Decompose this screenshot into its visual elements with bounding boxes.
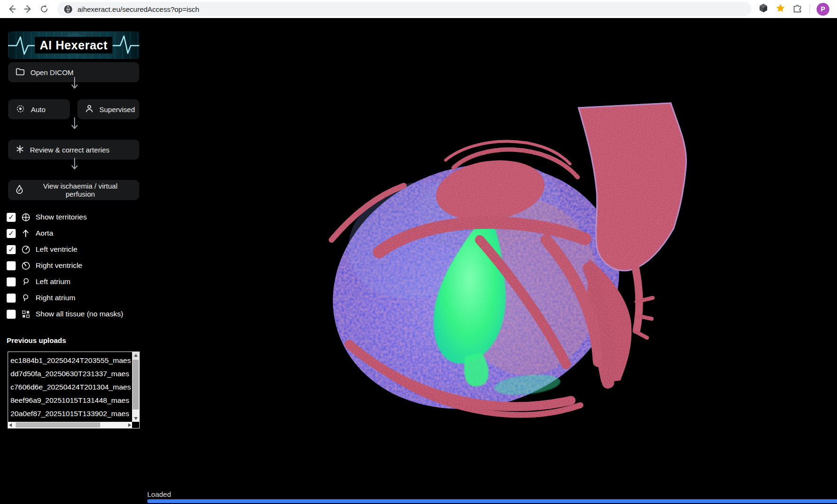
heart-volume-render[interactable]	[323, 97, 698, 420]
checkbox[interactable]	[7, 310, 16, 319]
url-bar[interactable]: aihexeract.eu/securedAccess?op=isch	[57, 2, 751, 16]
checkbox[interactable]	[7, 213, 16, 222]
toggle-label: Right ventricle	[36, 261, 82, 270]
back-button[interactable]	[4, 1, 20, 17]
toggle-show-territories[interactable]: Show territories	[7, 210, 143, 224]
arrow-up-icon	[21, 228, 30, 238]
person-icon	[85, 105, 94, 114]
scroll-left-icon[interactable]	[9, 422, 12, 428]
reload-button[interactable]	[36, 1, 52, 17]
toggle-label: Aorta	[36, 229, 53, 238]
ischaemia-label: View ischaemia / virtual perfusion	[29, 182, 132, 198]
scroll-down-icon[interactable]	[132, 415, 139, 422]
checkbox[interactable]	[7, 294, 16, 303]
circle-tail-icon	[21, 277, 30, 286]
scroll-up-icon[interactable]	[132, 352, 139, 359]
horizontal-scroll-thumb[interactable]	[16, 422, 100, 428]
previous-uploads-list[interactable]: ec1884b1_20250424T203555_maes dd7d50fa_2…	[8, 352, 140, 428]
review-arteries-label: Review & correct arteries	[30, 146, 110, 154]
toggle-label: Right atrium	[36, 294, 76, 302]
extensions-puzzle-icon[interactable]	[792, 3, 803, 15]
upload-item[interactable]: c7606d6e_20250424T201304_maes	[10, 380, 132, 394]
auto-sparkle-icon	[16, 104, 25, 115]
clock-1-icon	[21, 245, 30, 254]
circle-plus-icon	[21, 212, 30, 222]
toggle-aorta[interactable]: Aorta	[7, 226, 143, 240]
checkbox[interactable]	[7, 245, 16, 254]
horizontal-scrollbar[interactable]	[8, 422, 132, 428]
progress-bar	[147, 499, 837, 503]
extension-cube-icon[interactable]	[758, 3, 769, 15]
flow-arrow-icon	[3, 76, 146, 92]
site-info-icon[interactable]	[64, 5, 73, 14]
upload-item[interactable]: 8eef96a9_20251015T131448_maes	[10, 394, 132, 407]
grid-icon	[21, 309, 30, 319]
toggle-right-atrium[interactable]: Right atrium	[7, 291, 143, 305]
open-dicom-label: Open DICOM	[30, 68, 74, 76]
profile-avatar[interactable]: P	[817, 3, 829, 16]
asterisk-icon	[16, 145, 24, 155]
app-root: AI Hexeract Open DICOM Auto Supervised R…	[0, 18, 837, 504]
toggle-label: Show territories	[36, 213, 87, 221]
checkbox[interactable]	[7, 277, 16, 286]
toggle-label: Left ventricle	[36, 245, 77, 254]
app-logo: AI Hexeract	[8, 31, 139, 59]
previous-uploads-heading: Previous uploads	[7, 336, 66, 344]
logo-pill: AI Hexeract	[35, 37, 112, 54]
flow-arrow-icon	[3, 116, 146, 133]
upload-item[interactable]: ec1884b1_20250424T203555_maes	[10, 354, 132, 367]
supervised-label: Supervised	[99, 105, 135, 114]
flow-arrow-icon	[3, 157, 146, 173]
ischaemia-button[interactable]: View ischaemia / virtual perfusion	[8, 180, 139, 200]
folder-icon	[16, 68, 25, 77]
vertical-scroll-thumb[interactable]	[133, 360, 139, 409]
droplet-icon	[16, 185, 23, 195]
toggle-right-ventricle[interactable]: Right ventricle	[7, 258, 143, 273]
checkbox[interactable]	[7, 261, 16, 270]
toggle-label: Show all tissue (no masks)	[36, 310, 123, 318]
toggle-label: Left atrium	[36, 277, 70, 286]
toggle-left-atrium[interactable]: Left atrium	[7, 275, 143, 289]
url-text: aihexeract.eu/securedAccess?op=isch	[77, 5, 199, 13]
auto-label: Auto	[31, 105, 46, 114]
toolbar-divider	[809, 4, 810, 14]
checkbox[interactable]	[7, 229, 16, 238]
toggle-left-ventricle[interactable]: Left ventricle	[7, 242, 143, 257]
browser-toolbar: aihexeract.eu/securedAccess?op=isch P	[0, 0, 837, 18]
render-viewport[interactable]: Loaded	[143, 18, 837, 504]
scroll-right-icon[interactable]	[128, 422, 131, 428]
circle-tail-mirror-icon	[21, 293, 30, 303]
clock-11-icon	[21, 261, 30, 270]
forward-button[interactable]	[20, 1, 36, 17]
status-text: Loaded	[147, 490, 171, 498]
logo-title: AI Hexeract	[39, 38, 107, 52]
upload-item[interactable]: 20a0ef87_20251015T133902_maes	[10, 407, 132, 420]
upload-items: ec1884b1_20250424T203555_maes dd7d50fa_2…	[8, 352, 132, 422]
upload-item[interactable]: dd7d50fa_20250630T231337_maes	[10, 367, 132, 380]
bookmark-star-icon[interactable]	[775, 3, 786, 15]
toggle-show-all-tissue[interactable]: Show all tissue (no masks)	[7, 307, 143, 321]
vertical-scrollbar[interactable]	[132, 352, 139, 422]
chrome-right-controls: P	[758, 3, 829, 16]
